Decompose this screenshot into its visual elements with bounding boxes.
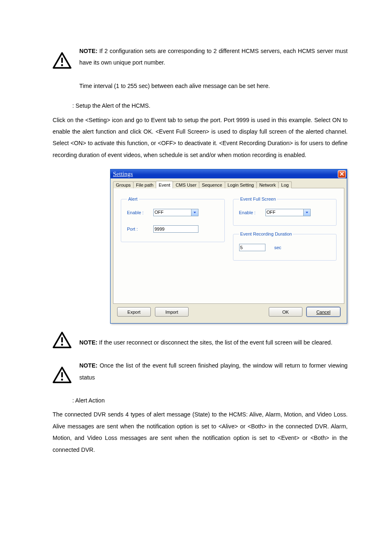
tab-login-setting[interactable]: Login Setting <box>225 181 257 188</box>
settings-dialog: Settings Groups File path Event CMS User… <box>110 169 347 324</box>
alert-enable-select[interactable]: OFF <box>153 209 198 216</box>
svg-point-5 <box>61 379 63 381</box>
efs-enable-select[interactable]: OFF <box>265 209 311 216</box>
erd-value-input[interactable] <box>239 244 265 251</box>
efs-enable-label: Enable : <box>239 210 265 215</box>
cancel-button[interactable]: Cancel <box>307 307 340 317</box>
note-block-2: NOTE: If the user reconnect or disconnec… <box>53 332 348 348</box>
tab-groups[interactable]: Groups <box>113 181 134 188</box>
svg-point-3 <box>61 344 63 346</box>
section-alert-action: : Alert Action <box>53 395 348 406</box>
ok-button[interactable]: OK <box>269 307 302 317</box>
alert-port-input[interactable] <box>153 225 198 233</box>
tab-row: Groups File path Event CMS User Sequence… <box>113 179 344 188</box>
alert-group: Alert Enable : OFF Port : <box>121 197 225 242</box>
alert-port-label: Port : <box>127 227 153 231</box>
section-alert-setup: : Setup the Alert of the HCMS. <box>53 100 348 111</box>
efs-legend: Event Full Screen <box>239 197 277 201</box>
note-text-1: NOTE: If 2 configuration sets are corres… <box>79 45 348 69</box>
chevron-down-icon <box>191 209 198 216</box>
erd-legend: Event Recording Duration <box>239 231 293 236</box>
tab-sequence[interactable]: Sequence <box>199 181 225 188</box>
dialog-titlebar: Settings <box>111 169 347 178</box>
interval-paragraph: Time interval (1 to 255 sec) between eac… <box>79 80 348 92</box>
alert-paragraph: Click on the <Setting> icon and go to Ev… <box>53 114 348 161</box>
export-button[interactable]: Export <box>117 307 151 317</box>
event-recording-duration-group: Event Recording Duration sec <box>233 231 337 261</box>
svg-rect-2 <box>61 338 63 342</box>
tab-network[interactable]: Network <box>256 181 279 188</box>
svg-rect-0 <box>61 58 63 62</box>
tab-file-path[interactable]: File path <box>133 181 156 188</box>
tab-log[interactable]: Log <box>278 181 291 188</box>
alert-enable-label: Enable : <box>127 210 153 215</box>
tab-event[interactable]: Event <box>156 181 173 188</box>
tab-panel-event: Alert Enable : OFF Port : <box>113 188 344 304</box>
chevron-down-icon <box>303 209 310 216</box>
warning-icon <box>53 52 79 69</box>
note-block-3: NOTE: Once the list of the event full sc… <box>53 360 348 383</box>
import-button[interactable]: Import <box>155 307 189 317</box>
note-text-3: NOTE: Once the list of the event full sc… <box>79 360 348 383</box>
erd-unit: sec <box>274 245 281 250</box>
alert-legend: Alert <box>127 197 139 201</box>
dialog-footer: Export Import OK Cancel <box>113 304 344 321</box>
event-full-screen-group: Event Full Screen Enable : OFF <box>233 197 337 226</box>
note-text-2: NOTE: If the user reconnect or disconnec… <box>79 337 348 348</box>
svg-point-1 <box>61 64 63 66</box>
svg-rect-4 <box>61 372 63 377</box>
dialog-title: Settings <box>113 171 133 178</box>
tab-cms-user[interactable]: CMS User <box>173 181 199 188</box>
note-block-1: NOTE: If 2 configuration sets are corres… <box>53 45 348 69</box>
warning-icon <box>53 332 79 348</box>
alert-action-paragraph: The connected DVR sends 4 types of alert… <box>53 409 348 456</box>
warning-icon <box>53 367 79 383</box>
close-button[interactable] <box>338 170 346 178</box>
